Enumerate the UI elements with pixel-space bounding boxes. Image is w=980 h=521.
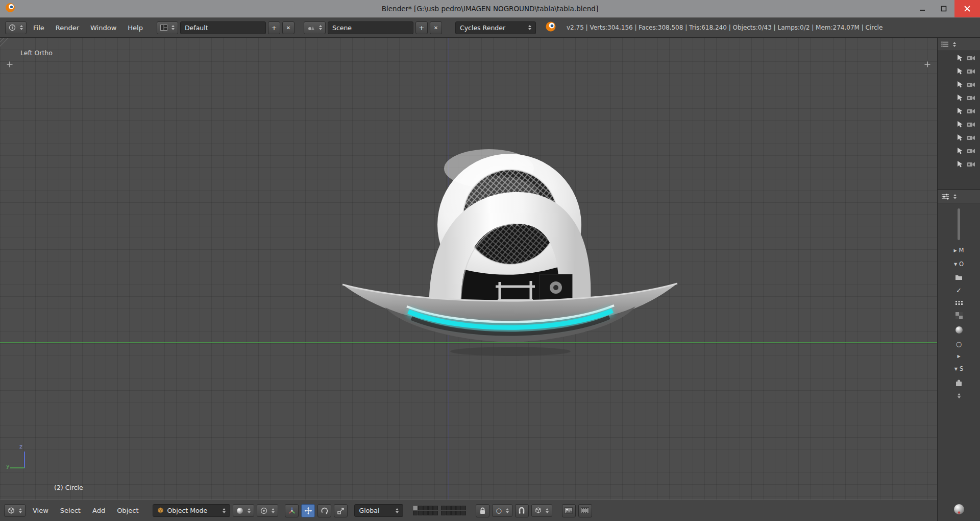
proportional-edit-select[interactable]: ○ bbox=[492, 504, 512, 517]
render-image-icon bbox=[565, 507, 573, 514]
viewport-3d[interactable]: Left Ortho z y (2) Circle bbox=[0, 38, 937, 500]
manipulator-toggle-button[interactable] bbox=[285, 504, 299, 517]
layers-widget[interactable] bbox=[413, 506, 466, 515]
expand-arrow-icon: ▶ bbox=[953, 248, 957, 253]
scale-icon bbox=[337, 507, 345, 515]
transform-orientation-select[interactable]: Global bbox=[354, 504, 403, 517]
axis-lines bbox=[7, 444, 43, 480]
info-editor-type-button[interactable] bbox=[5, 21, 27, 34]
dots-grid-icon[interactable] bbox=[955, 300, 963, 305]
restrict-select-icon[interactable] bbox=[957, 134, 963, 141]
menu-render[interactable]: Render bbox=[51, 22, 84, 34]
restrict-select-icon[interactable] bbox=[957, 81, 963, 88]
panel-object-row[interactable]: ▼ O bbox=[954, 260, 964, 268]
active-object-label: (2) Circle bbox=[54, 484, 83, 491]
properties-region-expand-icon[interactable] bbox=[924, 60, 931, 70]
snap-toggle-button[interactable] bbox=[515, 504, 529, 517]
panel-scene-row[interactable]: ▼ S bbox=[954, 365, 963, 372]
restrict-select-icon[interactable] bbox=[957, 107, 963, 114]
opengl-render-anim-button[interactable] bbox=[578, 504, 592, 517]
folder-icon[interactable] bbox=[955, 274, 963, 280]
scale-manipulator-button[interactable] bbox=[334, 504, 348, 517]
viewport-shading-select[interactable] bbox=[233, 504, 254, 517]
cross-icon: ✕ bbox=[286, 25, 290, 31]
material-sphere-icon[interactable] bbox=[955, 326, 963, 334]
close-button[interactable] bbox=[954, 0, 980, 17]
restrict-render-icon[interactable] bbox=[967, 55, 975, 61]
layer-group-1[interactable] bbox=[413, 506, 438, 515]
viewport-header: View Select Add Object Object Mode bbox=[0, 500, 937, 521]
dropdown-arrows-icon bbox=[272, 508, 275, 513]
pivot-point-select[interactable] bbox=[257, 504, 278, 517]
restrict-select-icon[interactable] bbox=[957, 67, 963, 75]
layer-group-2[interactable] bbox=[441, 506, 466, 515]
render-engine-select[interactable]: Cycles Render bbox=[455, 21, 536, 34]
outliner-row bbox=[938, 144, 980, 157]
menu-add[interactable]: Add bbox=[88, 505, 110, 516]
snap-element-select[interactable] bbox=[531, 504, 552, 517]
toolshelf-expand-icon[interactable] bbox=[6, 60, 13, 70]
proportional-circle-icon[interactable]: ○ bbox=[956, 341, 962, 347]
scrollbar-handle[interactable] bbox=[958, 208, 960, 240]
dropdown-arrows-icon bbox=[19, 508, 22, 513]
restrict-render-icon[interactable] bbox=[967, 108, 975, 114]
minimize-button[interactable] bbox=[912, 0, 933, 17]
menu-help[interactable]: Help bbox=[123, 22, 148, 34]
panel-material-row[interactable]: ▶ M bbox=[953, 247, 964, 254]
axis-line-z bbox=[449, 38, 449, 500]
menu-object[interactable]: Object bbox=[112, 505, 143, 516]
restrict-render-icon[interactable] bbox=[967, 94, 975, 101]
screen-layout-field[interactable]: Default bbox=[180, 21, 266, 34]
menu-select[interactable]: Select bbox=[56, 505, 85, 516]
restrict-select-icon[interactable] bbox=[957, 147, 963, 154]
menu-view[interactable]: View bbox=[28, 505, 53, 516]
checkmark-icon[interactable]: ✓ bbox=[956, 287, 962, 294]
outliner-row bbox=[938, 117, 980, 131]
outliner-panel bbox=[937, 38, 980, 190]
mode-select[interactable]: Object Mode bbox=[153, 504, 230, 517]
restrict-render-icon[interactable] bbox=[967, 134, 975, 140]
screen-layout-browse-button[interactable] bbox=[157, 21, 178, 34]
screen-layout-delete-button[interactable]: ✕ bbox=[282, 21, 295, 34]
trackball-icon[interactable] bbox=[953, 504, 965, 515]
restrict-select-icon[interactable] bbox=[957, 54, 963, 61]
rotate-manipulator-button[interactable] bbox=[317, 504, 331, 517]
outliner-row bbox=[938, 104, 980, 117]
restrict-render-icon[interactable] bbox=[967, 68, 975, 74]
restrict-render-icon[interactable] bbox=[967, 148, 975, 154]
texture-checker-icon[interactable] bbox=[955, 312, 963, 319]
scene-delete-button[interactable]: ✕ bbox=[430, 21, 442, 34]
restrict-select-icon[interactable] bbox=[957, 160, 963, 168]
scene-field[interactable]: Scene bbox=[328, 21, 413, 34]
plugin-icon[interactable] bbox=[955, 379, 963, 387]
dropdown-arrows-icon bbox=[953, 194, 957, 199]
viewport-editor-type-button[interactable] bbox=[4, 504, 26, 517]
restrict-render-icon[interactable] bbox=[967, 121, 975, 127]
restrict-render-icon[interactable] bbox=[967, 81, 975, 87]
translate-manipulator-button[interactable] bbox=[301, 504, 315, 517]
screen-layout-add-button[interactable]: + bbox=[268, 21, 280, 34]
area-corner-widget[interactable] bbox=[0, 38, 10, 48]
menu-file[interactable]: File bbox=[29, 22, 49, 34]
maximize-button[interactable] bbox=[933, 0, 954, 17]
properties-header[interactable] bbox=[938, 190, 980, 203]
plus-icon: + bbox=[419, 24, 425, 32]
scene-browse-button[interactable] bbox=[304, 21, 326, 34]
updown-arrows-icon[interactable] bbox=[958, 393, 961, 398]
render-engine-value: Cycles Render bbox=[460, 24, 505, 32]
outliner-header[interactable] bbox=[938, 38, 980, 51]
screen-layout-value: Default bbox=[185, 24, 208, 32]
expand-arrow-icon[interactable]: ▶ bbox=[957, 354, 960, 359]
menu-window[interactable]: Window bbox=[86, 22, 121, 34]
opengl-render-still-button[interactable] bbox=[562, 504, 576, 517]
collapse-arrow-icon: ▼ bbox=[954, 367, 958, 371]
restrict-render-icon[interactable] bbox=[967, 161, 975, 167]
titlebar[interactable]: Blender* [G:\usb pedro\IMAGEN NOGROUND\t… bbox=[0, 0, 980, 17]
axis-y-label: y bbox=[6, 463, 10, 469]
scene-add-button[interactable]: + bbox=[415, 21, 428, 34]
dropdown-arrows-icon bbox=[546, 508, 549, 513]
restrict-select-icon[interactable] bbox=[957, 94, 963, 101]
material-panel-label: M bbox=[959, 247, 964, 254]
restrict-select-icon[interactable] bbox=[957, 121, 963, 128]
lock-to-scene-button[interactable] bbox=[476, 504, 489, 517]
